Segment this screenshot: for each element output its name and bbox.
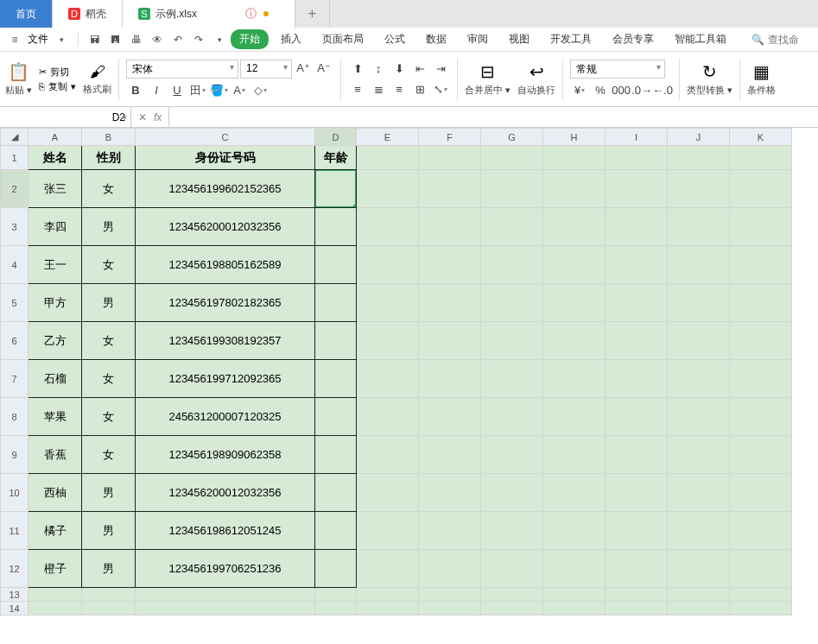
cell-J14[interactable] xyxy=(668,602,730,616)
command-search-input[interactable] xyxy=(768,34,811,46)
cell-J5[interactable] xyxy=(668,284,730,322)
cell-J4[interactable] xyxy=(668,246,730,284)
cell-I5[interactable] xyxy=(606,284,668,322)
cut-button[interactable]: ✂剪切 xyxy=(39,66,76,79)
increase-font-icon[interactable]: A⁺ xyxy=(294,60,313,77)
cell-D2[interactable] xyxy=(315,170,357,208)
percent-icon[interactable]: % xyxy=(591,82,610,99)
cell-H13[interactable] xyxy=(543,588,606,602)
tab-page-layout[interactable]: 页面布局 xyxy=(314,28,372,50)
cell-E7[interactable] xyxy=(357,360,419,398)
cell-K2[interactable] xyxy=(730,170,792,208)
cell-G6[interactable] xyxy=(481,322,543,360)
paste-button[interactable]: 📋 粘贴 ▾ xyxy=(5,61,32,97)
cell-A2[interactable]: 张三 xyxy=(29,170,82,208)
file-menu[interactable]: 文件 xyxy=(28,32,48,47)
copy-button[interactable]: ⎘复制 ▾ xyxy=(39,80,76,93)
cell-K8[interactable] xyxy=(730,398,792,436)
tab-dev[interactable]: 开发工具 xyxy=(542,28,600,50)
col-header-C[interactable]: C xyxy=(136,129,315,146)
col-header-F[interactable]: F xyxy=(419,129,481,146)
cell-D10[interactable] xyxy=(315,474,357,512)
type-convert-button[interactable]: ↻ 类型转换 ▾ xyxy=(687,61,732,97)
print-preview-icon[interactable]: 👁 xyxy=(149,32,165,47)
row-header-5[interactable]: 5 xyxy=(1,284,29,322)
cell-A11[interactable]: 橘子 xyxy=(29,512,82,550)
row-header-7[interactable]: 7 xyxy=(1,360,29,398)
cell-I10[interactable] xyxy=(606,474,668,512)
cell-E2[interactable] xyxy=(357,170,419,208)
cell-H8[interactable] xyxy=(543,398,606,436)
tab-workbook[interactable]: S 示例.xlsx ⓘ xyxy=(123,0,295,28)
cell-A5[interactable]: 甲方 xyxy=(29,284,82,322)
cell-B8[interactable]: 女 xyxy=(82,398,136,436)
cell-D8[interactable] xyxy=(315,398,357,436)
cell-H6[interactable] xyxy=(543,322,606,360)
cell-B12[interactable]: 男 xyxy=(82,550,136,588)
cell-G13[interactable] xyxy=(481,588,543,602)
cell-J11[interactable] xyxy=(668,512,730,550)
cell-A10[interactable]: 西柚 xyxy=(29,474,82,512)
cell-F5[interactable] xyxy=(419,284,481,322)
cell-E10[interactable] xyxy=(357,474,419,512)
cell-A14[interactable] xyxy=(29,602,82,616)
cell-K14[interactable] xyxy=(730,602,792,616)
cell-K5[interactable] xyxy=(730,284,792,322)
effects-button[interactable]: ◇ xyxy=(250,82,269,99)
cell-C6[interactable]: 123456199308192357 xyxy=(136,322,315,360)
cell-K1[interactable] xyxy=(730,146,792,170)
cell-A4[interactable]: 王一 xyxy=(29,246,82,284)
cell-D3[interactable] xyxy=(315,208,357,246)
row-header-3[interactable]: 3 xyxy=(1,208,29,246)
cell-D14[interactable] xyxy=(315,602,357,616)
cell-E12[interactable] xyxy=(357,550,419,588)
cell-B13[interactable] xyxy=(82,588,136,602)
font-select[interactable]: 宋体 xyxy=(126,60,238,79)
cell-B5[interactable]: 男 xyxy=(82,284,136,322)
row-header-2[interactable]: 2 xyxy=(1,170,29,208)
cell-F11[interactable] xyxy=(419,512,481,550)
tab-member[interactable]: 会员专享 xyxy=(604,28,663,50)
cell-B14[interactable] xyxy=(82,602,136,616)
cell-G12[interactable] xyxy=(481,550,543,588)
cell-A13[interactable] xyxy=(29,588,82,602)
cell-K11[interactable] xyxy=(730,512,792,550)
cell-I13[interactable] xyxy=(606,588,668,602)
cell-A9[interactable]: 香蕉 xyxy=(29,436,82,474)
cell-A7[interactable]: 石榴 xyxy=(29,360,82,398)
row-header-14[interactable]: 14 xyxy=(1,602,29,616)
cell-C4[interactable]: 123456198805162589 xyxy=(136,246,315,284)
cell-E4[interactable] xyxy=(357,246,419,284)
cell-G8[interactable] xyxy=(481,398,543,436)
cell-B11[interactable]: 男 xyxy=(82,512,136,550)
align-left-icon[interactable]: ≡ xyxy=(348,81,367,98)
cell-H2[interactable] xyxy=(543,170,606,208)
cell-K3[interactable] xyxy=(730,208,792,246)
row-header-8[interactable]: 8 xyxy=(1,398,29,436)
cell-H3[interactable] xyxy=(543,208,606,246)
file-dropdown-icon[interactable]: ▾ xyxy=(54,32,69,47)
cell-F8[interactable] xyxy=(419,398,481,436)
cell-F10[interactable] xyxy=(419,474,481,512)
conditional-format-button[interactable]: ▦ 条件格 xyxy=(747,61,776,97)
tab-formula[interactable]: 公式 xyxy=(376,28,414,50)
align-middle-icon[interactable]: ↕ xyxy=(369,60,388,78)
cell-B4[interactable]: 女 xyxy=(82,246,136,284)
distribute-icon[interactable]: ⊞ xyxy=(410,81,429,98)
tab-daoke[interactable]: D 稻壳 xyxy=(53,0,123,28)
col-header-H[interactable]: H xyxy=(543,129,606,146)
cell-C3[interactable]: 123456200012032356 xyxy=(136,208,315,246)
cell-C5[interactable]: 123456197802182365 xyxy=(136,284,315,322)
cell-I1[interactable] xyxy=(606,146,668,170)
cell-A8[interactable]: 苹果 xyxy=(29,398,82,436)
cell-H9[interactable] xyxy=(543,436,606,474)
col-header-E[interactable]: E xyxy=(357,129,419,146)
cell-K9[interactable] xyxy=(730,436,792,474)
cell-H7[interactable] xyxy=(543,360,606,398)
cell-B3[interactable]: 男 xyxy=(82,208,136,246)
cell-G1[interactable] xyxy=(481,146,543,170)
bold-button[interactable]: B xyxy=(126,82,145,99)
cell-F3[interactable] xyxy=(419,208,481,246)
cell-G7[interactable] xyxy=(481,360,543,398)
cell-K7[interactable] xyxy=(730,360,792,398)
